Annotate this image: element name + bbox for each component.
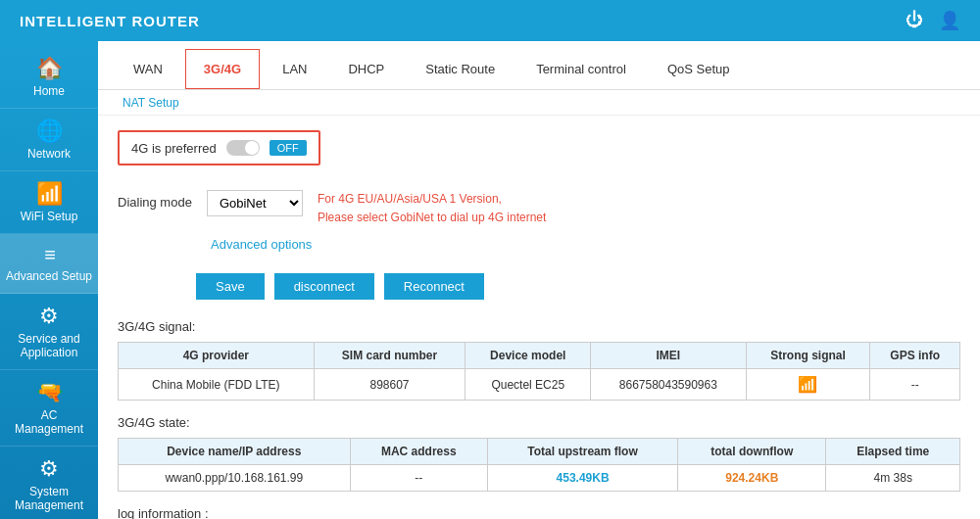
tab-static-route[interactable]: Static Route [407, 49, 514, 89]
sidebar-item-wifi[interactable]: 📶 WiFi Setup [0, 171, 98, 234]
table-row: China Mobile (FDD LTE) 898607 Quectel EC… [119, 369, 960, 401]
sidebar-item-home[interactable]: 🏠 Home [0, 46, 98, 109]
reconnect-button[interactable]: Reconnect [384, 273, 484, 300]
signal-provider: China Mobile (FDD LTE) [119, 369, 315, 401]
system-icon: ⚙ [39, 456, 59, 482]
state-table: Device name/IP address MAC address Total… [118, 438, 960, 492]
service-icon: ⚙ [39, 304, 59, 329]
sidebar-label-system: System Management [5, 485, 93, 512]
state-col-downflow: total downflow [678, 439, 826, 465]
ac-icon: 🔫 [36, 380, 63, 405]
sidebar-label-ac: AC Management [5, 408, 93, 436]
wifi-icon: 📶 [36, 181, 63, 207]
state-table-header: Device name/IP address MAC address Total… [119, 439, 960, 465]
sidebar-label-network: Network [27, 147, 71, 161]
signal-table-header: 4G provider SIM card number Device model… [119, 343, 960, 369]
sidebar-item-network[interactable]: 🌐 Network [0, 109, 98, 171]
header: INTELLIGENT ROUTER ⏻ 👤 [0, 0, 980, 41]
sidebar-label-service: Service and Application [5, 332, 93, 359]
sidebar-label-wifi: WiFi Setup [21, 210, 78, 223]
app-title: INTELLIGENT ROUTER [20, 13, 200, 29]
tab-wan[interactable]: WAN [115, 49, 181, 89]
signal-col-gps: GPS info [870, 343, 960, 369]
toggle-thumb [245, 141, 259, 155]
state-downflow: 924.24KB [678, 465, 826, 492]
prefer-label: 4G is preferred [131, 141, 217, 156]
state-col-mac: MAC address [350, 439, 487, 465]
dialing-select[interactable]: GobiNet QMI ECM [207, 190, 303, 216]
sub-tab-bar: NAT Setup [98, 90, 980, 116]
network-icon: 🌐 [36, 118, 63, 144]
header-icons: ⏻ 👤 [906, 10, 960, 31]
state-device: wwan0.ppp/10.168.161.99 [119, 465, 351, 492]
sidebar: 🏠 Home 🌐 Network 📶 WiFi Setup ≡ Advanced… [0, 41, 98, 519]
sidebar-item-service[interactable]: ⚙ Service and Application [0, 294, 98, 370]
dialing-note: For 4G EU/AU/Asia/USA 1 Version,Please s… [318, 190, 546, 227]
action-buttons: Save disconnect Reconnect [196, 273, 960, 300]
tab-bar: WAN 3G/4G LAN DHCP Static Route Terminal… [98, 41, 980, 90]
state-mac: -- [350, 465, 487, 492]
signal-model: Quectel EC25 [466, 369, 591, 401]
state-elapsed: 4m 38s [826, 465, 960, 492]
subtab-nat-setup[interactable]: NAT Setup [113, 92, 189, 114]
tab-qos-setup[interactable]: QoS Setup [649, 49, 749, 89]
user-icon[interactable]: 👤 [939, 10, 960, 31]
save-button[interactable]: Save [196, 273, 265, 300]
table-row: wwan0.ppp/10.168.161.99 -- 453.49KB 924.… [119, 465, 960, 492]
signal-table: 4G provider SIM card number Device model… [118, 342, 960, 401]
dialing-row: Dialing mode GobiNet QMI ECM For 4G EU/A… [118, 190, 960, 227]
signal-strength-icon: 📶 [798, 376, 817, 393]
tab-dhcp[interactable]: DHCP [329, 49, 403, 89]
sidebar-item-ac[interactable]: 🔫 AC Management [0, 370, 98, 447]
disconnect-button[interactable]: disconnect [274, 273, 374, 300]
advanced-icon: ≡ [44, 244, 54, 266]
toggle-off-label[interactable]: OFF [270, 140, 307, 156]
dialing-label: Dialing mode [118, 190, 192, 210]
signal-imei: 866758043590963 [591, 369, 747, 401]
state-upstream: 453.49KB [488, 465, 678, 492]
signal-col-imei: IMEI [591, 343, 747, 369]
signal-section-title: 3G/4G signal: [118, 319, 960, 334]
tab-3g4g[interactable]: 3G/4G [185, 49, 260, 89]
4g-prefer-row: 4G is preferred OFF [118, 130, 320, 165]
log-section-title: log information : [118, 506, 960, 519]
state-section-title: 3G/4G state: [118, 415, 960, 430]
body-content: 4G is preferred OFF Dialing mode GobiNet… [98, 116, 980, 519]
content-area: WAN 3G/4G LAN DHCP Static Route Terminal… [98, 41, 980, 519]
signal-col-model: Device model [466, 343, 591, 369]
main-layout: 🏠 Home 🌐 Network 📶 WiFi Setup ≡ Advanced… [0, 41, 980, 519]
power-icon[interactable]: ⏻ [906, 10, 923, 31]
home-icon: 🏠 [36, 56, 63, 81]
signal-gps: -- [870, 369, 960, 401]
signal-col-provider: 4G provider [119, 343, 315, 369]
signal-sim: 898607 [314, 369, 466, 401]
state-col-elapsed: Elapsed time [826, 439, 960, 465]
sidebar-item-advanced[interactable]: ≡ Advanced Setup [0, 234, 98, 294]
sidebar-label-home: Home [33, 84, 65, 98]
signal-col-strength: Strong signal [746, 343, 870, 369]
state-col-upstream: Total upstream flow [488, 439, 678, 465]
tab-lan[interactable]: LAN [264, 49, 325, 89]
tab-terminal-control[interactable]: Terminal control [517, 49, 645, 89]
prefer-toggle[interactable] [226, 140, 260, 156]
sidebar-label-advanced: Advanced Setup [6, 269, 92, 283]
state-col-device: Device name/IP address [119, 439, 351, 465]
signal-col-sim: SIM card number [314, 343, 466, 369]
sidebar-item-system[interactable]: ⚙ System Management [0, 447, 98, 519]
advanced-options-link[interactable]: Advanced options [211, 237, 312, 252]
signal-strength: 📶 [746, 369, 870, 401]
